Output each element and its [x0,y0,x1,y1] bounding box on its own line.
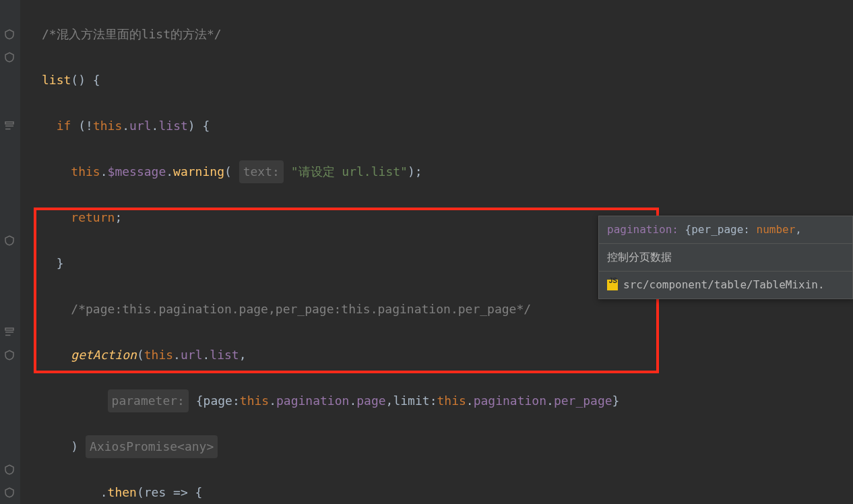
gutter-icon[interactable] [3,234,15,247]
code-line[interactable]: if (!this.url.list) { [42,115,853,137]
code-line[interactable]: this.$message.warning( text: "请设定 url.li… [42,160,853,183]
doc-description: 控制分页数据 [599,243,852,271]
code-line[interactable]: /*混入方法里面的list的方法*/ [42,23,853,46]
gutter-icon[interactable] [3,326,15,338]
code-line[interactable]: list() { [42,69,853,92]
editor-viewport: /*混入方法里面的list的方法*/ list() { if (!this.ur… [0,0,853,504]
code-line[interactable]: /*page:this.pagination.page,per_page:thi… [42,298,853,321]
doc-file-location[interactable]: JS src/component/table/TableMixin. [599,271,852,298]
gutter-icon[interactable] [3,28,15,40]
gutter-icon[interactable] [3,486,15,499]
code-line[interactable]: getAction(this.url.list, [42,344,853,367]
quick-doc-popup[interactable]: pagination: {per_page: number, 控制分页数据 JS… [598,216,853,299]
gutter-icon[interactable] [3,349,15,361]
doc-file-path: src/component/table/TableMixin. [623,276,825,294]
gutter-icon[interactable] [3,464,15,476]
gutter-icon[interactable] [3,120,15,132]
code-line[interactable]: ) AxiosPromise<any> [42,435,853,458]
js-file-icon: JS [607,280,618,290]
gutter-icon[interactable] [3,51,15,63]
code-line[interactable]: parameter: {page:this.pagination.page,li… [42,389,853,412]
code-line[interactable]: .then(res => { [42,481,853,504]
gutter [0,0,20,504]
doc-signature: pagination: {per_page: number, [599,216,852,243]
